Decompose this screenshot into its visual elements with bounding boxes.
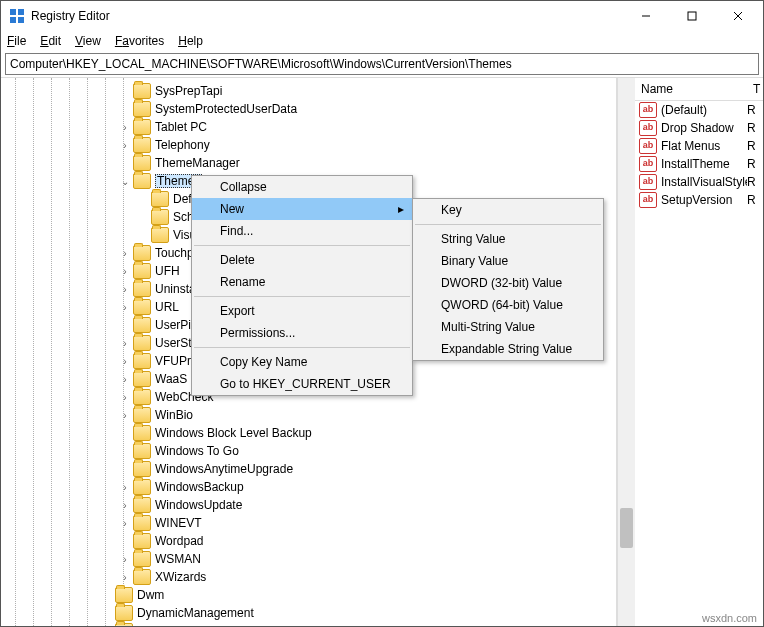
tree-item-label[interactable]: WinBio [155,408,193,422]
values-header[interactable]: Name T [635,78,763,101]
tree-item-label[interactable]: WindowsAnytimeUpgrade [155,462,293,476]
scrollbar-thumb[interactable] [620,508,633,548]
expand-icon[interactable] [119,463,131,475]
menu-file[interactable]: File [7,34,26,48]
expand-icon[interactable]: › [119,409,131,421]
expand-icon[interactable] [119,85,131,97]
tree-item[interactable]: ›WINEVT [119,514,616,532]
tree-item[interactable]: ›WSMAN [119,550,616,568]
expand-icon[interactable]: › [119,301,131,313]
expand-icon[interactable] [119,535,131,547]
tree-item[interactable]: Dwm [101,586,616,604]
header-type[interactable]: T [753,82,760,96]
menu-edit[interactable]: Edit [40,34,61,48]
tree-item-label[interactable]: SysPrepTapi [155,84,222,98]
expand-icon[interactable] [119,427,131,439]
maximize-button[interactable] [669,1,715,31]
expand-icon[interactable]: › [119,337,131,349]
tree-item[interactable]: ›Tablet PC [119,118,616,136]
tree-item[interactable]: SystemProtectedUserData [119,100,616,118]
menu-item[interactable]: Export [192,300,412,322]
expand-icon[interactable] [137,229,149,241]
tree-item-label[interactable]: WindowsUpdate [155,498,242,512]
tree-item[interactable]: Windows Block Level Backup [119,424,616,442]
value-row[interactable]: Flat MenusR [635,137,763,155]
menu-item[interactable]: Key [413,199,603,221]
tree-item[interactable]: ThemeManager [119,154,616,172]
address-bar[interactable]: Computer\HKEY_LOCAL_MACHINE\SOFTWARE\Mic… [5,53,759,75]
value-row[interactable]: SetupVersionR [635,191,763,209]
tree-item[interactable]: Windows To Go [119,442,616,460]
tree-item-label[interactable]: Windows Block Level Backup [155,426,312,440]
menu-item[interactable]: DWORD (32-bit) Value [413,272,603,294]
tree-item-label[interactable]: SystemProtectedUserData [155,102,297,116]
tree-item-label[interactable]: WINEVT [155,516,202,530]
tree-item[interactable]: ›WindowsUpdate [119,496,616,514]
tree-scrollbar[interactable] [617,78,635,626]
expand-icon[interactable] [137,211,149,223]
expand-icon[interactable]: › [119,571,131,583]
expand-icon[interactable]: › [119,247,131,259]
value-row[interactable]: Drop ShadowR [635,119,763,137]
expand-icon[interactable]: › [119,373,131,385]
expand-icon[interactable]: › [119,499,131,511]
tree-item-label[interactable]: Telephony [155,138,210,152]
header-name[interactable]: Name [635,82,753,96]
tree-item-label[interactable]: WindowsBackup [155,480,244,494]
menu-item[interactable]: Multi-String Value [413,316,603,338]
tree-item-label[interactable]: XWizards [155,570,206,584]
tree-item-label[interactable]: Windows To Go [155,444,239,458]
value-row[interactable]: (Default)R [635,101,763,119]
tree-item[interactable]: ›WindowsBackup [119,478,616,496]
expand-icon[interactable]: ⌄ [119,175,131,187]
close-button[interactable] [715,1,761,31]
menu-item[interactable]: Binary Value [413,250,603,272]
tree-item-label[interactable]: EnterpriseResourceManager [137,624,290,626]
expand-icon[interactable]: › [119,139,131,151]
tree-item[interactable]: DynamicManagement [101,604,616,622]
menu-item[interactable]: Expandable String Value [413,338,603,360]
tree-item[interactable]: ›EnterpriseResourceManager [101,622,616,626]
tree-item-label[interactable]: UFH [155,264,180,278]
expand-icon[interactable]: › [119,517,131,529]
menu-item[interactable]: Collapse [192,176,412,198]
tree-item-label[interactable]: URL [155,300,179,314]
expand-icon[interactable]: › [101,625,113,626]
tree-item[interactable]: WindowsAnytimeUpgrade [119,460,616,478]
menu-view[interactable]: View [75,34,101,48]
expand-icon[interactable]: › [119,355,131,367]
value-row[interactable]: InstallVisualStyleR [635,173,763,191]
menu-item[interactable]: Rename [192,271,412,293]
tree-item-label[interactable]: Wordpad [155,534,203,548]
tree-item[interactable]: Wordpad [119,532,616,550]
menu-item[interactable]: String Value [413,228,603,250]
menu-item[interactable]: Go to HKEY_CURRENT_USER [192,373,412,395]
menu-item[interactable]: Delete [192,249,412,271]
menu-item[interactable]: Copy Key Name [192,351,412,373]
menu-favorites[interactable]: Favorites [115,34,164,48]
expand-icon[interactable]: › [119,283,131,295]
tree-item-label[interactable]: Def [173,192,192,206]
menu-help[interactable]: Help [178,34,203,48]
expand-icon[interactable] [119,445,131,457]
expand-icon[interactable] [119,157,131,169]
tree-item-label[interactable]: DynamicManagement [137,606,254,620]
tree-item[interactable]: ›XWizards [119,568,616,586]
expand-icon[interactable] [119,319,131,331]
value-row[interactable]: InstallThemeR [635,155,763,173]
expand-icon[interactable] [101,589,113,601]
expand-icon[interactable] [101,607,113,619]
menu-item[interactable]: QWORD (64-bit) Value [413,294,603,316]
tree-item-label[interactable]: WaaS [155,372,187,386]
menu-item[interactable]: Permissions... [192,322,412,344]
menu-item[interactable]: Find... [192,220,412,242]
tree-item-label[interactable]: Tablet PC [155,120,207,134]
expand-icon[interactable]: › [119,265,131,277]
minimize-button[interactable] [623,1,669,31]
expand-icon[interactable]: › [119,481,131,493]
expand-icon[interactable]: › [119,121,131,133]
tree-item-label[interactable]: Dwm [137,588,164,602]
expand-icon[interactable] [119,103,131,115]
tree-item-label[interactable]: WSMAN [155,552,201,566]
tree-item[interactable]: ›WinBio [119,406,616,424]
